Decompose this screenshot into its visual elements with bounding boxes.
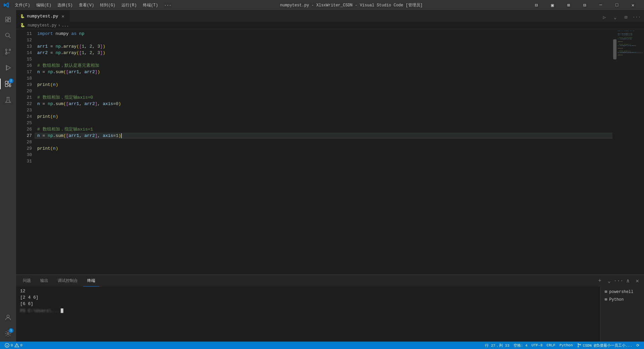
menu-more[interactable]: ... (161, 2, 174, 9)
token: , (98, 133, 103, 139)
token: 3 (98, 50, 100, 56)
token: numpy (53, 31, 71, 37)
menu-select[interactable]: 选择(S) (55, 2, 75, 9)
token: array (63, 50, 76, 56)
new-terminal-button[interactable]: + (596, 277, 604, 285)
token: [ (79, 43, 82, 50)
shell-list: ⊞ powershell ⊞ Python (600, 287, 644, 342)
panel-tab-problems[interactable]: 问题 (19, 275, 35, 287)
tab-numpytest[interactable]: 🐍 numpytest.py ✕ (16, 10, 70, 22)
status-errors[interactable]: ✕ 0 ! 0 (3, 342, 24, 349)
terminal-cursor: █ (61, 308, 63, 314)
token: array (63, 43, 76, 50)
status-spaces[interactable]: 空格: 4 (512, 342, 530, 349)
sidebar-item-run[interactable] (0, 60, 16, 76)
tab-close-button[interactable]: ✕ (60, 13, 66, 19)
token: ( (50, 145, 53, 152)
sidebar-item-extensions[interactable]: 2 (0, 76, 16, 92)
sidebar-item-source-control[interactable] (0, 44, 16, 60)
shell-icon-powershell: ⊞ (605, 289, 607, 294)
sidebar-item-account[interactable] (0, 309, 16, 326)
vscode-icon (3, 2, 9, 8)
svg-rect-15 (9, 85, 11, 87)
token: np (48, 101, 53, 107)
token: ( (63, 69, 66, 75)
panel-tab-terminal[interactable]: 终端 (83, 275, 99, 287)
code-line-12 (35, 37, 612, 43)
panel-tab-output[interactable]: 输出 (36, 275, 52, 287)
panel-tab-bar: 问题 输出 调试控制台 终端 + ⌄ ··· ∧ ✕ (16, 275, 644, 287)
more-panel-button[interactable]: ··· (614, 277, 623, 285)
code-line-20 (35, 88, 612, 94)
menu-terminal[interactable]: 终端(T) (140, 2, 161, 9)
run-button[interactable]: ▷ (600, 12, 609, 22)
menu-view[interactable]: 查看(V) (76, 2, 97, 9)
svg-point-6 (5, 49, 7, 51)
token: ] (95, 69, 98, 75)
token: 1 (82, 43, 85, 50)
token: axis (103, 101, 113, 107)
close-button[interactable]: ✕ (625, 0, 641, 10)
split-editor-button[interactable]: ⊟ (621, 12, 631, 22)
svg-rect-1 (8, 17, 10, 19)
status-language[interactable]: Python (557, 342, 575, 349)
token: , (79, 101, 85, 107)
sidebar-item-explorer[interactable] (0, 11, 16, 28)
grid-icon[interactable]: ⊟ (577, 0, 592, 10)
code-editor[interactable]: 1112131415161718192021222324252627282930… (16, 29, 644, 275)
token: arr1 (69, 101, 79, 107)
sidebar-item-test[interactable] (0, 92, 16, 108)
menu-edit[interactable]: 编辑(E) (34, 2, 54, 9)
layout2-icon[interactable]: ⊞ (561, 0, 576, 10)
line-number-28: 28 (16, 139, 32, 145)
maximize-button[interactable]: □ (609, 0, 625, 10)
status-bar: ✕ 0 ! 0 行 27，列 33 空格: 4 UTF-8 CRLF Pytho… (0, 342, 644, 349)
terminal-dropdown-button[interactable]: ⌄ (605, 277, 613, 285)
layout-icon[interactable]: ⊟ (529, 0, 544, 10)
run-dropdown-button[interactable]: ⌄ (610, 12, 620, 22)
svg-point-4 (6, 33, 9, 37)
menu-run[interactable]: 运行(R) (119, 2, 140, 9)
terminal-input-line[interactable]: PS C:\Users\... █ (20, 308, 596, 314)
shell-item-powershell[interactable]: ⊞ powershell (601, 288, 644, 296)
shell-item-python[interactable]: ⊞ Python (601, 296, 644, 303)
minimize-button[interactable]: ─ (593, 0, 608, 10)
status-branch[interactable]: CSDN @负债最小一员工小... (575, 342, 634, 349)
sidebar-item-settings[interactable]: 1 (0, 326, 16, 342)
sidebar-item-search[interactable] (0, 28, 16, 44)
line-number-15: 15 (16, 56, 32, 62)
breadcrumb-file[interactable]: 🐍 numpytest.py (20, 23, 57, 28)
menu-file[interactable]: 文件(F) (12, 2, 33, 9)
editor-actions: ▷ ⌄ ⊟ ··· (600, 12, 644, 22)
token: 1 (116, 133, 118, 139)
scrollbar[interactable] (612, 29, 617, 275)
line-numbers: 1112131415161718192021222324252627282930… (16, 29, 35, 275)
status-line-col[interactable]: 行 27，列 33 (483, 342, 512, 349)
status-sync[interactable]: ⟳ (634, 342, 641, 349)
status-encoding[interactable]: UTF-8 (530, 342, 545, 349)
token: . (61, 43, 63, 50)
status-line-ending[interactable]: CRLF (545, 342, 557, 349)
token: print (37, 82, 50, 88)
output-line-1: 12 (20, 288, 596, 294)
breadcrumb-more[interactable]: ... (62, 23, 69, 28)
token: n (37, 69, 40, 75)
token: np (56, 43, 61, 50)
panel-tab-debug[interactable]: 调试控制台 (54, 275, 82, 287)
window-controls: ⊟ ▣ ⊞ ⊟ ─ □ ✕ (529, 0, 641, 10)
more-actions-button[interactable]: ··· (632, 12, 641, 22)
terminal-output[interactable]: 12 [2 4 6] [6 6] PS C:\Users\... █ (16, 287, 600, 342)
svg-point-7 (9, 49, 11, 51)
panel-maximize-button[interactable]: ∧ (624, 277, 632, 285)
token: arr1 (37, 43, 48, 50)
panel-close-button[interactable]: ✕ (633, 277, 641, 285)
token: # 数组相加，默认是逐元素相加 (37, 62, 99, 69)
code-content[interactable]: import numpy as np arr1 = np.array([1, 2… (35, 29, 612, 275)
token: . (53, 133, 56, 139)
error-icon: ✕ (5, 343, 9, 348)
titlebar: 文件(F) 编辑(E) 选择(S) 查看(V) 转到(G) 运行(R) 终端(T… (0, 0, 644, 10)
split-icon[interactable]: ▣ (545, 0, 560, 10)
menu-goto[interactable]: 转到(G) (97, 2, 118, 9)
token: ) (118, 101, 121, 107)
token: np (56, 50, 61, 56)
